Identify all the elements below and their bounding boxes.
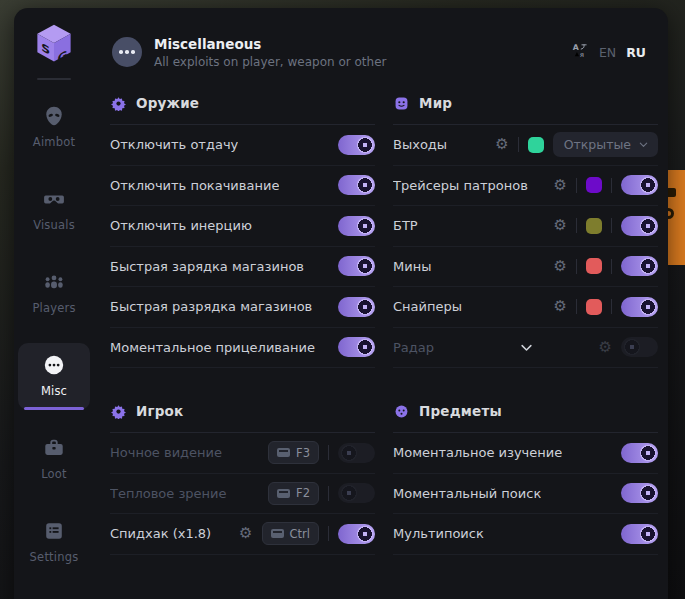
toggle-switch[interactable] [338,256,375,276]
translate-icon-slot: Aя [572,42,589,63]
feature-label: Быстрая зарядка магазинов [110,259,304,274]
section-gear-icon [110,95,126,111]
toggle-knob [341,485,357,501]
hotkey-badge[interactable]: F3 [268,441,319,464]
sidebar-item-aimbot[interactable]: Aimbot [18,94,90,161]
sidebar-item-label: Players [32,301,75,315]
toggle-knob [357,258,373,274]
feature-label: Моментальное изучение [393,445,562,460]
toggle-switch[interactable] [338,443,375,463]
toggle-knob [640,445,656,461]
toggle-knob [640,218,656,234]
expand-chevron[interactable] [519,340,534,355]
toggle-switch[interactable] [338,297,375,317]
section-title: Мир [419,95,452,111]
players-icon [42,270,66,294]
color-swatch[interactable] [528,137,544,153]
main-panel: Miscellaneous All exploits on player, we… [94,8,668,599]
keyboard-icon [271,529,284,538]
toggle-switch[interactable] [621,483,658,503]
feature-label: БТР [393,218,418,233]
toggle-switch[interactable] [621,216,658,236]
hotkey-label: F2 [296,486,310,500]
feature-row: Мультипоиск [393,514,658,555]
feature-row: Ночное видение F3 [110,433,375,474]
toggle-knob [640,526,656,542]
feature-row: Моментальное изучение [393,433,658,474]
sidebar-item-misc[interactable]: Misc [18,343,90,410]
toggle-knob [357,137,373,153]
page-subtitle: All exploits on player, weapon or other [154,55,560,69]
list-icon [43,520,65,542]
toggle-switch[interactable] [338,135,375,155]
feature-label: Отключить инерцию [110,218,252,233]
hotkey-badge[interactable]: Ctrl [262,522,319,545]
page-title: Miscellaneous [154,36,560,52]
toggle-switch[interactable] [621,256,658,276]
feature-row: Спидхак (x1.8) ⚙Ctrl [110,514,375,555]
gear-icon[interactable]: ⚙ [599,340,612,355]
color-swatch[interactable] [586,177,602,193]
sidebar-item-label: Loot [41,467,67,481]
toggle-knob [357,218,373,234]
gear-icon[interactable]: ⚙ [495,137,508,152]
feature-row: Моментальное прицеливание [110,328,375,369]
toggle-switch[interactable] [621,175,658,195]
feature-label: Спидхак (x1.8) [110,526,211,541]
sidebar: S G Aimbot Visuals Players Misc Loot Set… [14,8,94,599]
translate-icon: Aя [572,42,589,59]
gear-icon[interactable]: ⚙ [554,259,567,274]
control-separator [611,299,612,314]
color-swatch[interactable] [586,258,602,274]
feature-label: Быстрая разрядка магазинов [110,299,312,314]
alien-icon [43,105,65,127]
gear-icon[interactable]: ⚙ [554,299,567,314]
feature-row: Мины ⚙ [393,247,658,288]
control-separator [328,445,329,460]
control-separator [576,259,577,274]
gear-icon[interactable]: ⚙ [554,218,567,233]
feature-row: БТР ⚙ [393,206,658,247]
hotkey-badge[interactable]: F2 [268,482,319,505]
toggle-switch[interactable] [621,524,658,544]
gear-icon[interactable]: ⚙ [239,526,252,541]
sidebar-item-loot[interactable]: Loot [18,426,90,493]
feature-row: Отключить инерцию [110,206,375,247]
lang-en-button[interactable]: EN [599,45,616,60]
feature-row: Радар ⚙ [393,328,658,369]
toggle-switch[interactable] [338,483,375,503]
gear-icon[interactable]: ⚙ [554,178,567,193]
sidebar-item-settings[interactable]: Settings [18,509,90,576]
sidebar-item-visuals[interactable]: Visuals [18,177,90,244]
toggle-switch[interactable] [621,337,658,357]
toggle-knob [357,177,373,193]
svg-text:A: A [573,42,579,51]
toggle-switch[interactable] [338,337,375,357]
briefcase-icon [43,437,65,459]
chevron-down-icon [638,139,649,150]
dropdown-select[interactable]: Открытые [553,132,658,157]
sidebar-item-players[interactable]: Players [18,260,90,327]
lang-ru-button[interactable]: RU [626,45,646,60]
feature-label: Мины [393,259,431,274]
hotkey-label: F3 [296,446,310,460]
svg-text:я: я [580,49,584,58]
control-separator [611,218,612,233]
goggles-icon [43,188,65,210]
toggle-switch[interactable] [338,175,375,195]
toggle-knob [640,177,656,193]
toggle-switch[interactable] [621,297,658,317]
feature-label: Отключить покачивание [110,178,279,193]
color-swatch[interactable] [586,218,602,234]
section-title: Игрок [136,403,183,419]
feature-row: Выходы ⚙Открытые [393,125,658,166]
ellipsis-icon [43,354,65,376]
section-world-icon [393,95,409,111]
toggle-switch[interactable] [338,524,375,544]
toggle-switch[interactable] [338,216,375,236]
feature-label: Снайперы [393,299,462,314]
keyboard-icon [277,489,290,498]
control-separator [328,486,329,501]
color-swatch[interactable] [586,299,602,315]
toggle-switch[interactable] [621,443,658,463]
